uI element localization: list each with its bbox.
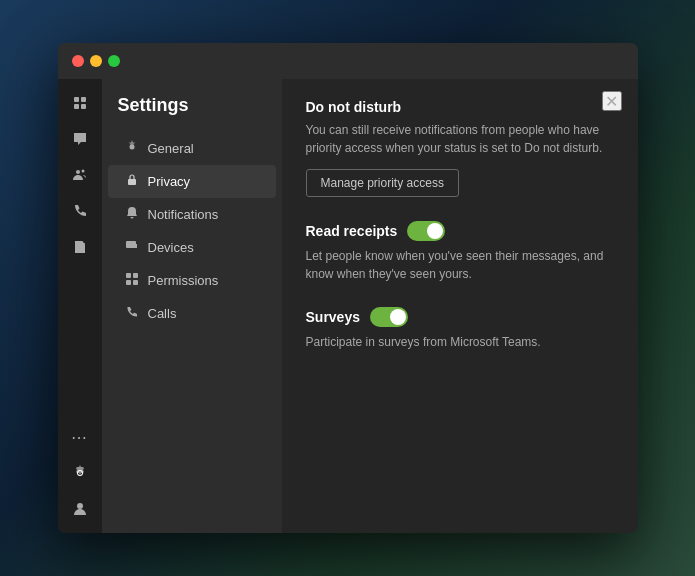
nav-label-calls: Calls: [148, 306, 177, 321]
svg-rect-8: [128, 179, 136, 185]
read-receipts-title: Read receipts: [306, 223, 398, 239]
window-content: ⋯ Settings General Privacy: [58, 79, 638, 533]
svg-point-5: [81, 170, 84, 173]
traffic-lights: [72, 55, 120, 67]
dnd-title: Do not disturb: [306, 99, 614, 115]
minimize-traffic-light[interactable]: [90, 55, 102, 67]
privacy-icon: [124, 173, 140, 190]
close-traffic-light[interactable]: [72, 55, 84, 67]
icon-sidebar: ⋯: [58, 79, 102, 533]
surveys-toggle[interactable]: [370, 307, 408, 327]
svg-rect-9: [126, 241, 136, 248]
titlebar: [58, 43, 638, 79]
nav-item-calls[interactable]: Calls: [108, 297, 276, 330]
sidebar-icon-files[interactable]: [64, 231, 96, 263]
nav-item-notifications[interactable]: Notifications: [108, 198, 276, 231]
svg-rect-12: [126, 280, 131, 285]
nav-label-notifications: Notifications: [148, 207, 219, 222]
read-receipts-toggle[interactable]: [407, 221, 445, 241]
nav-sidebar: Settings General Privacy Notifications: [102, 79, 282, 533]
nav-label-privacy: Privacy: [148, 174, 191, 189]
maximize-traffic-light[interactable]: [108, 55, 120, 67]
surveys-desc: Participate in surveys from Microsoft Te…: [306, 333, 614, 351]
nav-label-permissions: Permissions: [148, 273, 219, 288]
general-icon: [124, 140, 140, 157]
nav-item-devices[interactable]: Devices: [108, 231, 276, 264]
read-receipts-desc: Let people know when you've seen their m…: [306, 247, 614, 283]
section-surveys: Surveys Participate in surveys from Micr…: [306, 307, 614, 351]
svg-rect-0: [74, 97, 79, 102]
nav-item-privacy[interactable]: Privacy: [108, 165, 276, 198]
svg-rect-2: [74, 104, 79, 109]
sidebar-icon-more[interactable]: ⋯: [64, 421, 96, 453]
nav-item-permissions[interactable]: Permissions: [108, 264, 276, 297]
surveys-row: Surveys: [306, 307, 614, 327]
settings-title: Settings: [102, 95, 282, 132]
read-receipts-row: Read receipts: [306, 221, 614, 241]
svg-rect-13: [133, 280, 138, 285]
surveys-title: Surveys: [306, 309, 360, 325]
svg-rect-3: [81, 104, 86, 109]
close-button[interactable]: ✕: [602, 91, 622, 111]
sidebar-icon-settings-active[interactable]: [64, 457, 96, 489]
svg-rect-1: [81, 97, 86, 102]
read-receipts-toggle-thumb: [427, 223, 443, 239]
calls-icon: [124, 305, 140, 322]
svg-point-4: [76, 170, 80, 174]
settings-window: ⋯ Settings General Privacy: [58, 43, 638, 533]
permissions-icon: [124, 272, 140, 289]
svg-rect-11: [133, 273, 138, 278]
manage-priority-button[interactable]: Manage priority access: [306, 169, 459, 197]
nav-label-devices: Devices: [148, 240, 194, 255]
sidebar-icon-calls[interactable]: [64, 195, 96, 227]
sidebar-icon-teams[interactable]: [64, 159, 96, 191]
nav-label-general: General: [148, 141, 194, 156]
section-do-not-disturb: Do not disturb You can still receive not…: [306, 99, 614, 197]
notifications-icon: [124, 206, 140, 223]
surveys-toggle-thumb: [390, 309, 406, 325]
sidebar-icon-user[interactable]: [64, 493, 96, 525]
main-content: ✕ Do not disturb You can still receive n…: [282, 79, 638, 533]
sidebar-icon-chat[interactable]: [64, 123, 96, 155]
section-read-receipts: Read receipts Let people know when you'v…: [306, 221, 614, 283]
svg-point-6: [77, 503, 83, 509]
devices-icon: [124, 239, 140, 256]
svg-rect-10: [126, 273, 131, 278]
sidebar-icon-activity[interactable]: [64, 87, 96, 119]
dnd-desc: You can still receive notifications from…: [306, 121, 614, 157]
nav-item-general[interactable]: General: [108, 132, 276, 165]
